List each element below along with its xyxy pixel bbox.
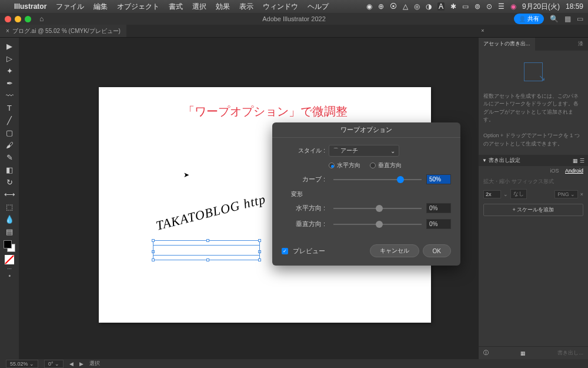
status-icon[interactable]: ◉ [366, 2, 372, 11]
nav-next-icon[interactable]: ▶ [79, 361, 83, 367]
rotate-tool[interactable]: ↻ [2, 176, 16, 188]
hdist-label: 水平方向 : [282, 204, 325, 213]
warped-text[interactable]: TAKATOBLOG http [155, 191, 268, 233]
width-tool[interactable]: ⟷ [2, 188, 16, 200]
selection-tool[interactable]: ▶ [2, 40, 16, 52]
shaper-tool[interactable]: ✎ [2, 151, 16, 163]
curvature-tool[interactable]: 〰 [2, 89, 16, 101]
selection-handle[interactable] [152, 239, 155, 242]
vertical-radio[interactable]: 垂直方向 [370, 161, 402, 170]
eyedropper-tool[interactable]: 💧 [2, 213, 16, 225]
selection-handle[interactable] [206, 258, 209, 261]
canvas[interactable]: 「ワープオプション」で微調整 ➤ TAKATOBLOG http ワープオプショ… [19, 38, 479, 359]
panel-collapse-button[interactable]: × [479, 26, 487, 35]
horizontal-radio[interactable]: 水平方向 [329, 161, 360, 170]
scale-input[interactable] [483, 190, 501, 198]
selection-handle[interactable] [258, 239, 261, 242]
status-icon[interactable]: ◑ [426, 2, 432, 11]
app-menu[interactable]: Illustrator [14, 2, 46, 11]
status-icon[interactable]: △ [403, 2, 408, 11]
direct-selection-tool[interactable]: ▷ [2, 52, 16, 64]
android-tab[interactable]: Android [565, 168, 583, 174]
battery-icon[interactable]: ▭ [462, 2, 469, 11]
menu-effect[interactable]: 効果 [216, 2, 230, 12]
menu-help[interactable]: ヘルプ [308, 2, 329, 12]
vdist-slider[interactable] [333, 224, 422, 225]
type-tool[interactable]: T [2, 102, 16, 114]
preview-checkbox[interactable]: ✓ [282, 248, 288, 254]
vdist-value-input[interactable]: 0% [426, 219, 451, 229]
grid-view-icon[interactable]: ▦ [520, 350, 526, 356]
curve-slider[interactable] [333, 179, 422, 180]
selection-handle[interactable] [152, 258, 155, 261]
status-icon[interactable]: A [437, 2, 445, 11]
control-center-icon[interactable]: ☰ [498, 2, 505, 11]
nav-prev-icon[interactable]: ◀ [69, 361, 74, 367]
free-transform-tool[interactable]: ⬚ [2, 201, 16, 213]
no-color-swatch[interactable] [5, 255, 14, 264]
style-dropdown[interactable]: ⌒ アーチ⌄ [329, 145, 399, 157]
export-settings-header[interactable]: ▼ 書き出し設定 ▦ ☰ [479, 155, 588, 166]
chevron-down-icon: ▼ [482, 158, 487, 163]
line-tool[interactable]: ╱ [2, 114, 16, 126]
toolbar-more[interactable]: ⋯ [2, 265, 16, 272]
menu-window[interactable]: ウィンドウ [263, 2, 298, 12]
document-tab[interactable]: × ブログ.ai @ 55.02 % (CMYK/プレビュー) [0, 25, 126, 37]
add-scale-button[interactable]: + スケールを追加 [483, 204, 583, 216]
bluetooth-icon[interactable]: ✱ [450, 2, 456, 11]
ios-tab[interactable]: iOS [550, 168, 559, 174]
selection-handle[interactable] [258, 258, 261, 261]
paintbrush-tool[interactable]: 🖌 [2, 139, 16, 151]
menu-select[interactable]: 選択 [192, 2, 206, 12]
export-button[interactable]: 書き出し... [557, 349, 583, 357]
menu-edit[interactable]: 編集 [93, 2, 108, 12]
style-label: スタイル : [282, 147, 325, 155]
deform-section-label: 変形 [291, 190, 451, 198]
hdist-slider[interactable] [333, 208, 422, 209]
delete-scale-icon[interactable]: × [580, 191, 583, 197]
grid-icon[interactable]: ▦ [573, 158, 578, 164]
menubar-time[interactable]: 18:59 [566, 2, 583, 11]
rotation-field[interactable]: 0° ⌄ [44, 360, 64, 368]
toolbar-edit[interactable]: ⚬ [2, 273, 16, 280]
format-select[interactable]: PNG⌄ [554, 190, 578, 198]
share-button[interactable]: 👤共有 [514, 14, 544, 24]
menu-file[interactable]: ファイル [56, 2, 84, 12]
eraser-tool[interactable]: ◧ [2, 164, 16, 175]
selection-handle[interactable] [206, 239, 209, 242]
info-icon[interactable]: ⓘ [483, 349, 489, 357]
menu-object[interactable]: オブジェクト [117, 2, 159, 12]
wifi-icon[interactable]: ⊚ [475, 2, 480, 11]
hdist-value-input[interactable]: 0% [426, 203, 451, 213]
cancel-button[interactable]: キャンセル [370, 244, 419, 257]
minimize-window-button[interactable] [15, 16, 21, 22]
status-icon[interactable]: ⊕ [378, 2, 384, 11]
gradient-tool[interactable]: ▤ [2, 226, 16, 237]
help-text-1: 複数アセットを生成するには、このパネルにアートワークをドラッグします。各グループ… [483, 92, 583, 124]
home-icon[interactable]: ⌂ [39, 15, 44, 23]
panel-tab-asset-export[interactable]: アセットの書き出... [479, 38, 535, 51]
siri-icon[interactable]: ◉ [510, 2, 516, 11]
status-icon[interactable]: ◎ [414, 2, 420, 11]
arrange-icon[interactable]: ▦ [564, 15, 571, 23]
rectangle-tool[interactable]: ▢ [2, 127, 16, 138]
magic-wand-tool[interactable]: ✦ [2, 65, 16, 77]
ok-button[interactable]: OK [423, 244, 451, 257]
search-icon[interactable]: 🔍 [550, 15, 559, 23]
list-icon[interactable]: ☰ [580, 158, 584, 164]
pen-tool[interactable]: ✒ [2, 77, 16, 89]
suffix-select[interactable]: なし [510, 189, 527, 199]
zoom-field[interactable]: 55.02% ⌄ [6, 360, 38, 368]
menubar-date[interactable]: 9月20日(火) [522, 2, 560, 12]
close-window-button[interactable] [5, 16, 11, 22]
close-tab-icon[interactable]: × [6, 28, 9, 34]
menu-type[interactable]: 書式 [169, 2, 183, 12]
fill-stroke-swatch[interactable] [4, 240, 15, 252]
curve-value-input[interactable]: 50% [426, 174, 451, 184]
panel-tab-other[interactable]: 漆 [573, 38, 588, 51]
menu-view[interactable]: 表示 [239, 2, 253, 12]
spotlight-icon[interactable]: ⊙ [486, 2, 492, 11]
maximize-window-button[interactable] [25, 16, 31, 22]
status-icon[interactable]: ⦿ [390, 2, 397, 11]
workspace-icon[interactable]: ▭ [577, 15, 583, 23]
